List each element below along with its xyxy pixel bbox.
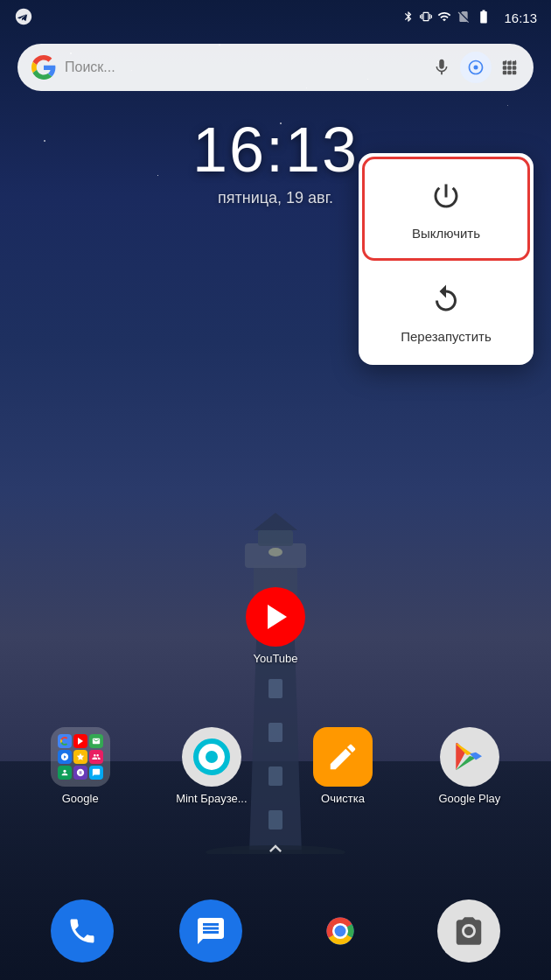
mint-app[interactable]: Mint Браузе... bbox=[176, 727, 247, 805]
svg-rect-8 bbox=[269, 810, 282, 830]
svg-rect-5 bbox=[269, 679, 282, 698]
status-bar: 16:13 bbox=[0, 0, 551, 35]
gplay-label: Google Play bbox=[438, 792, 500, 805]
no-sim-icon bbox=[457, 9, 471, 27]
gplay-icon bbox=[440, 727, 499, 787]
phone-app[interactable] bbox=[51, 900, 114, 962]
messages-app[interactable] bbox=[179, 900, 242, 962]
signal-icon bbox=[437, 9, 451, 27]
restart-button[interactable]: Перезапустить bbox=[362, 262, 530, 361]
mint-label: Mint Браузе... bbox=[176, 792, 247, 805]
svg-point-17 bbox=[334, 926, 345, 937]
status-icons: 16:13 bbox=[402, 9, 537, 27]
gplay-app[interactable]: Google Play bbox=[438, 727, 500, 805]
app-drawer-hint[interactable] bbox=[263, 836, 288, 866]
vibrate-icon bbox=[420, 9, 432, 27]
battery-icon bbox=[476, 9, 492, 27]
shutdown-button[interactable]: Выключить bbox=[362, 157, 530, 261]
google-folder-icon bbox=[51, 727, 110, 787]
search-placeholder: Поиск... bbox=[65, 60, 423, 75]
mint-icon bbox=[182, 727, 241, 787]
mic-icon[interactable] bbox=[432, 58, 451, 77]
dock bbox=[0, 900, 551, 962]
svg-rect-3 bbox=[258, 530, 293, 546]
youtube-label: YouTube bbox=[253, 652, 297, 665]
youtube-play-triangle bbox=[268, 605, 287, 629]
restart-icon bbox=[430, 284, 462, 322]
camera-app[interactable] bbox=[437, 900, 500, 962]
google-folder-app[interactable]: Google bbox=[51, 727, 110, 805]
lens-icon[interactable] bbox=[460, 52, 492, 83]
svg-point-12 bbox=[474, 66, 478, 70]
power-icon bbox=[430, 180, 462, 219]
youtube-icon bbox=[246, 587, 305, 647]
google-logo bbox=[31, 55, 56, 80]
search-bar[interactable]: Поиск... bbox=[17, 44, 534, 91]
bottom-apps-row: Google Mint Браузе... Очистка Go bbox=[0, 727, 551, 805]
status-time: 16:13 bbox=[504, 10, 537, 25]
clean-app[interactable]: Очистка bbox=[313, 727, 373, 805]
shutdown-label: Выключить bbox=[412, 226, 480, 241]
youtube-row: YouTube bbox=[0, 587, 551, 665]
svg-point-9 bbox=[269, 548, 282, 556]
mint-inner bbox=[193, 738, 230, 775]
youtube-app[interactable]: YouTube bbox=[246, 587, 305, 665]
mint-dot bbox=[206, 751, 218, 763]
restart-label: Перезапустить bbox=[401, 329, 492, 344]
chrome-app[interactable] bbox=[309, 900, 372, 962]
power-menu: Выключить Перезапустить bbox=[359, 153, 534, 365]
clean-icon bbox=[313, 727, 373, 787]
svg-marker-4 bbox=[254, 513, 297, 530]
clean-label: Очистка bbox=[321, 792, 365, 805]
apps-dots-icon[interactable] bbox=[500, 58, 520, 77]
google-folder-label: Google bbox=[62, 792, 99, 805]
bluetooth-icon bbox=[402, 9, 415, 27]
